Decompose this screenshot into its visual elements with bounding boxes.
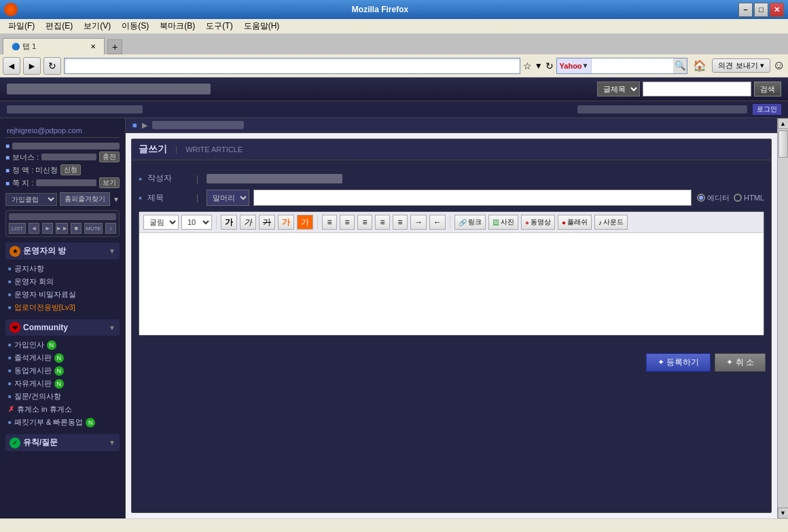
align-center-button[interactable]: ≡ xyxy=(340,215,355,230)
site-user-details xyxy=(577,105,747,113)
italic-button[interactable]: 가 xyxy=(240,215,256,230)
hide-button[interactable]: 홈피줄겨찾기 xyxy=(60,192,110,206)
feedback-button[interactable]: 의견 보내기 ▾ xyxy=(712,58,770,73)
music-play-button[interactable]: ► xyxy=(42,223,53,234)
nav-cooperation[interactable]: ■ 동업게시판 N xyxy=(5,364,120,377)
nav-free-board[interactable]: ■ 자유게시판 N xyxy=(5,377,120,390)
ul-button[interactable]: ≡ xyxy=(393,215,408,230)
title-input[interactable] xyxy=(253,190,692,206)
cancel-button[interactable]: ✦ 취 소 xyxy=(715,353,766,372)
window-title: Mozilla Firefox xyxy=(22,5,738,14)
nav-lounge[interactable]: ✗ 휴게소 in 휴게소 xyxy=(5,403,120,416)
section-rules[interactable]: ✓ 유칙/질문 ▼ xyxy=(5,434,120,451)
new-badge-4: N xyxy=(54,379,64,389)
scroll-up-button[interactable]: ▲ xyxy=(778,118,789,129)
view-button[interactable]: 보기 xyxy=(99,177,120,188)
bookmark-icon[interactable]: ☆ xyxy=(523,60,532,71)
nav-attendance[interactable]: ■ 졸석게시판 N xyxy=(5,351,120,364)
apply-button[interactable]: 신청 xyxy=(60,164,81,175)
bold-button[interactable]: 가 xyxy=(221,215,237,230)
menu-view[interactable]: 보기(V) xyxy=(78,19,116,33)
title-bar: Mozilla Firefox – □ ✕ xyxy=(0,0,788,19)
smiley-icon[interactable]: ☺ xyxy=(773,58,785,73)
bonus-value xyxy=(41,154,96,160)
strikethrough-button[interactable]: 가 xyxy=(259,215,275,230)
breadcrumb-link[interactable]: ■ xyxy=(132,121,137,129)
nav-join-greeting[interactable]: ■ 가입인사 N xyxy=(5,338,120,351)
image-button[interactable]: 🖼 사진 xyxy=(488,215,518,230)
editor-container: 굴림 10 가 가 가 가 xyxy=(139,211,764,336)
search-go-button[interactable]: 🔍 xyxy=(673,58,687,73)
site-search-input[interactable] xyxy=(643,82,751,96)
write-title: 글쓰기 xyxy=(139,143,167,156)
back-button[interactable]: ◄ xyxy=(3,57,20,75)
scroll-down-button[interactable]: ▼ xyxy=(778,508,789,518)
section-rules-left: ✓ 유칙/질문 xyxy=(10,437,58,448)
indent-button[interactable]: → xyxy=(410,215,427,230)
music-list-button[interactable]: LIST xyxy=(9,223,26,234)
nav-packet[interactable]: ■ 패킷기부 & 빠른동업 N xyxy=(5,416,120,429)
editor-body[interactable] xyxy=(139,233,764,335)
hide-dropdown-icon[interactable]: ▼ xyxy=(113,196,120,203)
reload-small-icon[interactable]: ↻ xyxy=(545,60,554,71)
nav-uploader[interactable]: ■ 업로더전응방[Lv3] xyxy=(5,301,120,314)
nav-uploader-label: 업로더전응방[Lv3] xyxy=(14,302,75,313)
title-prefix-select[interactable]: 말머리 xyxy=(207,190,249,206)
nav-admin-secret[interactable]: ■ 운영자 비밀자료실 xyxy=(5,288,120,301)
menu-file[interactable]: 파일(F) xyxy=(3,19,40,33)
html-radio[interactable]: HTML xyxy=(734,194,764,202)
close-button[interactable]: ✕ xyxy=(770,3,784,17)
music-mute-button[interactable]: MUTE xyxy=(84,223,103,234)
reload-button[interactable]: ↻ xyxy=(43,57,61,75)
charge-button[interactable]: 충전 xyxy=(99,152,120,162)
scroll-thumb[interactable] xyxy=(778,130,788,158)
menu-bookmarks[interactable]: 북마크(B) xyxy=(154,19,200,33)
nav-bullet-10: ■ xyxy=(8,419,12,425)
align-right-button[interactable]: ≡ xyxy=(357,215,372,230)
highlight-button[interactable]: 가 xyxy=(297,215,313,230)
menu-go[interactable]: 이동(S) xyxy=(116,19,154,33)
forward-button[interactable]: ► xyxy=(23,57,41,75)
club-select[interactable]: 가입클럽 xyxy=(5,193,57,206)
ol-button[interactable]: ≡ xyxy=(375,215,390,230)
video-button[interactable]: ● 동영상 xyxy=(521,215,555,230)
section-admin[interactable]: ★ 운영자의 방 ▼ xyxy=(5,243,120,260)
menu-help[interactable]: 도움말(H) xyxy=(238,19,285,33)
music-stop-button[interactable]: ■ xyxy=(71,223,82,234)
music-prev-button[interactable]: ◄ xyxy=(29,223,39,234)
section-community[interactable]: ❤ Community ▼ xyxy=(5,319,120,336)
outdent-button[interactable]: ← xyxy=(429,215,446,230)
tab-close-icon[interactable]: ✕ xyxy=(90,43,96,50)
site-search-button[interactable]: 검색 xyxy=(754,82,781,96)
search-type-select[interactable]: 글제목 xyxy=(597,82,640,96)
home-button[interactable]: 🏠 xyxy=(690,59,709,72)
nav-qna[interactable]: ■ 질문/건의사항 xyxy=(5,390,120,403)
sound-button[interactable]: ♪ 사운드 xyxy=(594,215,628,230)
address-input[interactable] xyxy=(64,58,520,74)
font-size-select[interactable]: 10 xyxy=(181,215,212,230)
editor-radio[interactable]: 에디터 xyxy=(697,193,730,203)
new-tab-button[interactable]: + xyxy=(107,39,122,54)
maximize-button[interactable]: □ xyxy=(754,3,768,17)
flash-button[interactable]: ● 플래쉬 xyxy=(558,215,592,230)
menu-tools[interactable]: 도구(T) xyxy=(200,19,238,33)
menu-edit[interactable]: 편집(E) xyxy=(40,19,78,33)
tab-1[interactable]: 🔵 탭 1 ✕ xyxy=(3,38,105,54)
search-bar: Yahoo ▼ 🔍 xyxy=(556,58,688,74)
toolbar-sep-2 xyxy=(317,215,318,229)
music-volume-button[interactable]: ♪ xyxy=(105,223,116,234)
search-dropdown-icon[interactable]: ▼ xyxy=(582,62,589,69)
editor-toolbar: 굴림 10 가 가 가 가 xyxy=(139,212,764,233)
color-button[interactable]: 가 xyxy=(278,215,294,230)
music-next-button[interactable]: ►► xyxy=(56,223,68,234)
align-left-button[interactable]: ≡ xyxy=(322,215,337,230)
search-input[interactable] xyxy=(592,62,673,70)
submit-button[interactable]: ✦ 등록하기 xyxy=(646,353,711,372)
font-family-select[interactable]: 굴림 xyxy=(143,215,179,230)
nav-admin-meeting[interactable]: ■ 운영자 회의 xyxy=(5,275,120,288)
login-button[interactable]: 로그인 xyxy=(753,104,781,115)
minimize-button[interactable]: – xyxy=(738,3,753,17)
link-button[interactable]: 🔗 링크 xyxy=(454,215,486,230)
address-bar: ◄ ► ↻ ☆ ▼ ↻ Yahoo ▼ 🔍 🏠 의견 보내기 ▾ ☺ xyxy=(0,54,788,77)
nav-notice[interactable]: ■ 공지사항 xyxy=(5,262,120,275)
